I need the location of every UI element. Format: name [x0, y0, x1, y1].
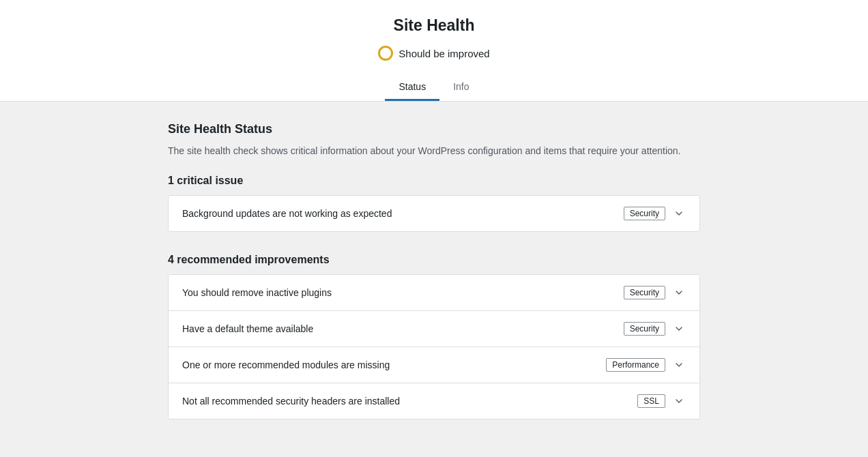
recommended-issue-item[interactable]: You should remove inactive plugins Secur…	[169, 275, 699, 311]
recommended-improvements-list: You should remove inactive plugins Secur…	[168, 274, 700, 419]
recommended-issue-label: Not all recommended security headers are…	[182, 396, 637, 407]
recommended-issue-meta: Security	[624, 286, 686, 299]
recommended-issue-item[interactable]: One or more recommended modules are miss…	[169, 347, 699, 383]
section-description: The site health check shows critical inf…	[168, 143, 700, 158]
chevron-down-icon	[672, 322, 686, 336]
chevron-down-icon	[672, 207, 686, 220]
recommended-issue-item[interactable]: Not all recommended security headers are…	[169, 383, 699, 419]
critical-issues-list: Background updates are not working as ex…	[168, 195, 700, 232]
recommended-improvements-heading: 4 recommended improvements	[168, 254, 700, 266]
page-header: Site Health Should be improved Status In…	[0, 0, 868, 102]
recommended-issue-label: One or more recommended modules are miss…	[182, 359, 606, 370]
main-content: Site Health Status The site health check…	[154, 122, 714, 419]
critical-issue-tag: Security	[624, 207, 665, 220]
tab-navigation: Status Info	[14, 74, 854, 101]
recommended-issue-tag: SSL	[637, 394, 665, 408]
critical-issue-meta: Security	[624, 207, 686, 220]
status-indicator: Should be improved	[378, 46, 489, 61]
chevron-down-icon	[672, 358, 686, 372]
recommended-issue-meta: Performance	[606, 358, 686, 372]
critical-issue-label: Background updates are not working as ex…	[182, 208, 624, 219]
tab-info[interactable]: Info	[439, 74, 482, 101]
page-title: Site Health	[14, 16, 854, 35]
status-circle-icon	[378, 46, 393, 61]
recommended-issue-label: You should remove inactive plugins	[182, 287, 624, 298]
chevron-down-icon	[672, 394, 686, 408]
recommended-issue-tag: Security	[624, 286, 665, 299]
status-text: Should be improved	[399, 48, 489, 59]
chevron-down-icon	[672, 286, 686, 299]
tab-status[interactable]: Status	[385, 74, 439, 101]
recommended-issue-label: Have a default theme available	[182, 323, 624, 334]
section-title: Site Health Status	[168, 122, 700, 136]
recommended-issue-item[interactable]: Have a default theme available Security	[169, 311, 699, 347]
recommended-issue-meta: SSL	[637, 394, 686, 408]
recommended-issue-tag: Security	[624, 322, 665, 336]
recommended-issue-meta: Security	[624, 322, 686, 336]
critical-issues-heading: 1 critical issue	[168, 175, 700, 187]
recommended-issue-tag: Performance	[606, 358, 665, 372]
critical-issue-item[interactable]: Background updates are not working as ex…	[169, 196, 699, 231]
